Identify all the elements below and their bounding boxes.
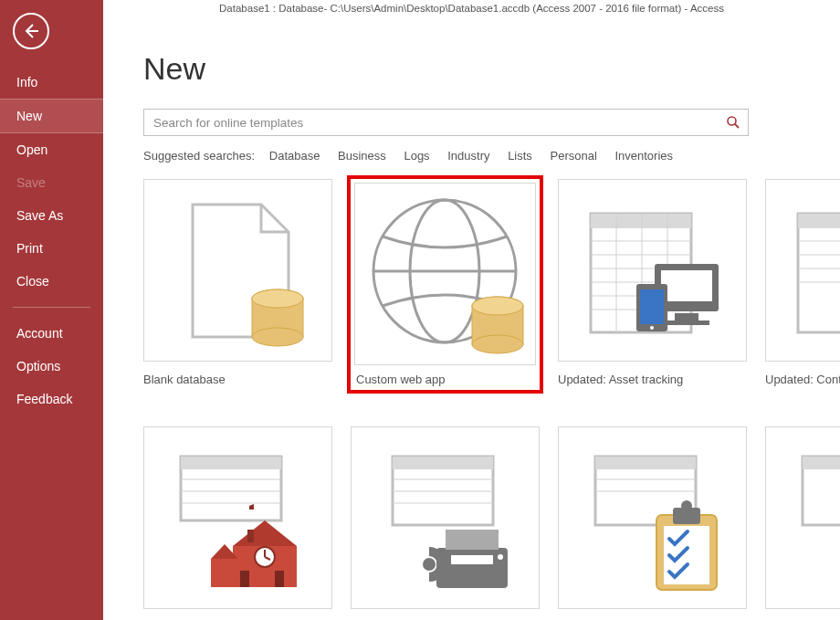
template-search-input[interactable] xyxy=(143,109,749,136)
svg-rect-56 xyxy=(393,457,493,469)
template-custom-web-app[interactable]: Custom web app xyxy=(351,179,540,394)
fax-icon xyxy=(365,438,525,598)
template-contacts[interactable]: Updated: Contacts xyxy=(765,179,840,394)
template-tasks[interactable] xyxy=(765,426,840,609)
sidebar-divider xyxy=(13,307,90,308)
svg-point-7 xyxy=(252,289,303,308)
svg-point-32 xyxy=(650,326,654,330)
page-title: New xyxy=(143,51,840,87)
svg-point-1 xyxy=(728,117,736,125)
suggested-link-personal[interactable]: Personal xyxy=(550,149,596,163)
suggested-searches: Suggested searches: Database Business Lo… xyxy=(143,149,800,163)
svg-rect-46 xyxy=(247,530,254,542)
sidebar-item-print[interactable]: Print xyxy=(0,232,103,265)
window-title: Database1 : Database- C:\Users\Admin\Des… xyxy=(103,0,840,18)
backstage-sidebar: Info New Open Save Save As Print Close A… xyxy=(0,0,103,620)
contacts-icon xyxy=(780,191,840,351)
svg-marker-45 xyxy=(233,520,297,546)
suggested-link-business[interactable]: Business xyxy=(338,149,386,163)
sidebar-item-feedback[interactable]: Feedback xyxy=(0,383,103,415)
template-label: Blank database xyxy=(143,373,332,386)
template-faculty[interactable] xyxy=(351,426,540,609)
svg-point-6 xyxy=(252,328,303,346)
search-icon[interactable] xyxy=(726,115,740,130)
sidebar-item-new[interactable]: New xyxy=(0,99,103,133)
svg-rect-31 xyxy=(640,289,664,324)
sidebar-item-save-as[interactable]: Save As xyxy=(0,199,103,232)
sidebar-item-open[interactable]: Open xyxy=(0,133,103,166)
svg-rect-34 xyxy=(798,214,840,228)
svg-point-64 xyxy=(423,558,436,571)
svg-rect-62 xyxy=(451,555,493,564)
students-icon xyxy=(158,438,318,598)
back-button[interactable] xyxy=(13,13,49,49)
template-students[interactable] xyxy=(143,426,332,609)
clipboard-tasks-icon xyxy=(572,438,732,598)
svg-rect-54 xyxy=(275,571,284,587)
template-projects[interactable] xyxy=(558,426,747,609)
suggested-link-inventories[interactable]: Inventories xyxy=(614,149,673,163)
svg-rect-29 xyxy=(664,321,709,325)
svg-rect-60 xyxy=(436,548,508,588)
sidebar-item-save: Save xyxy=(0,166,103,199)
svg-rect-66 xyxy=(595,457,696,469)
suggested-link-lists[interactable]: Lists xyxy=(508,149,532,163)
svg-rect-74 xyxy=(803,457,840,469)
blank-database-icon xyxy=(161,191,316,351)
back-arrow-icon xyxy=(22,22,40,40)
suggested-link-database[interactable]: Database xyxy=(269,149,320,163)
svg-rect-33 xyxy=(798,214,840,332)
template-blank-database[interactable]: Blank database xyxy=(143,179,332,394)
template-label: Updated: Contacts xyxy=(765,373,840,386)
svg-rect-61 xyxy=(446,530,499,550)
svg-rect-16 xyxy=(591,214,691,228)
suggested-label: Suggested searches: xyxy=(143,149,255,163)
svg-rect-48 xyxy=(211,559,238,587)
svg-line-2 xyxy=(735,124,739,128)
suggested-link-industry[interactable]: Industry xyxy=(447,149,489,163)
svg-rect-53 xyxy=(240,571,249,587)
svg-rect-28 xyxy=(675,313,698,321)
svg-rect-27 xyxy=(661,270,712,301)
svg-point-14 xyxy=(472,297,523,315)
svg-point-13 xyxy=(472,335,523,353)
template-asset-tracking[interactable]: Updated: Asset tracking xyxy=(558,179,747,394)
main-content: Database1 : Database- C:\Users\Admin\Des… xyxy=(103,0,840,620)
suggested-link-logs[interactable]: Logs xyxy=(404,149,429,163)
asset-tracking-icon xyxy=(572,191,732,351)
sidebar-item-account[interactable]: Account xyxy=(0,317,103,350)
sidebar-item-info[interactable]: Info xyxy=(0,66,103,99)
tasks-icon xyxy=(780,438,840,598)
template-label: Updated: Asset tracking xyxy=(558,373,747,386)
svg-point-63 xyxy=(498,554,503,560)
sidebar-item-options[interactable]: Options xyxy=(0,350,103,383)
custom-web-app-icon xyxy=(361,187,530,361)
svg-rect-40 xyxy=(181,457,281,469)
template-label: Custom web app xyxy=(356,373,540,386)
svg-point-72 xyxy=(681,500,692,511)
sidebar-item-close[interactable]: Close xyxy=(0,265,103,298)
